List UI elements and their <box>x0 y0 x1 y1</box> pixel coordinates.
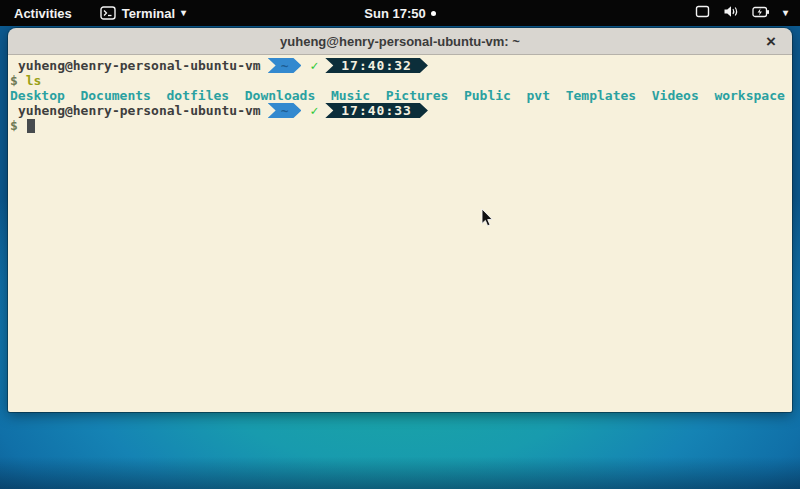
chevron-down-icon: ▾ <box>181 8 186 18</box>
prompt-line-1: yuheng@henry-personal-ubuntu-vm ~ ✓ 17:4… <box>10 58 790 73</box>
directory-item: dotfiles <box>167 88 230 103</box>
window-title: yuheng@henry-personal-ubuntu-vm: ~ <box>280 34 520 49</box>
prompt-directory: ~ <box>281 58 289 73</box>
directory-item: Public <box>464 88 511 103</box>
volume-icon <box>723 5 739 21</box>
directory-item: Pictures <box>386 88 449 103</box>
clock-button[interactable]: Sun 17:50 <box>364 6 435 21</box>
powerline-time-segment: 17:40:32 <box>325 58 428 73</box>
prompt-user-host: yuheng@henry-personal-ubuntu-vm <box>10 103 261 118</box>
activities-button[interactable]: Activities <box>10 0 76 26</box>
directory-item: Desktop <box>10 88 65 103</box>
activities-label: Activities <box>14 6 72 21</box>
powerline-path-segment: ~ <box>268 103 302 118</box>
typed-command: ls <box>26 73 42 88</box>
prompt-directory: ~ <box>281 103 289 118</box>
powerline-time-segment: 17:40:33 <box>325 103 428 118</box>
prompt-timestamp: 17:40:32 <box>341 58 412 73</box>
status-check-icon: ✓ <box>310 103 318 118</box>
prompt-timestamp: 17:40:33 <box>341 103 412 118</box>
display-icon <box>695 5 710 21</box>
prompt-dollar: $ <box>10 118 18 133</box>
powerline-path-segment: ~ <box>268 58 302 73</box>
terminal-cursor <box>27 119 35 133</box>
directory-item: Music <box>331 88 370 103</box>
app-menu-label: Terminal <box>122 6 175 21</box>
space <box>18 118 26 133</box>
prompt-user-host: yuheng@henry-personal-ubuntu-vm <box>10 58 261 73</box>
close-button[interactable]: × <box>760 28 782 55</box>
command-line: $ ls <box>10 73 790 88</box>
directory-item: Videos <box>652 88 699 103</box>
terminal-icon <box>100 6 116 20</box>
input-line[interactable]: $ <box>10 118 790 133</box>
clock-label: Sun 17:50 <box>364 6 425 21</box>
top-bar: Activities Terminal ▾ Sun 17:50 <box>0 0 800 26</box>
directory-item: Downloads <box>245 88 315 103</box>
system-tray[interactable]: ▾ <box>695 0 800 26</box>
battery-charging-icon <box>752 6 770 21</box>
app-menu-terminal[interactable]: Terminal ▾ <box>96 0 190 26</box>
directory-item: Documents <box>80 88 150 103</box>
directory-item: Templates <box>566 88 636 103</box>
directory-item: pvt <box>527 88 550 103</box>
system-menu-chevron-icon: ▾ <box>783 8 788 18</box>
terminal-window: yuheng@henry-personal-ubuntu-vm: ~ × yuh… <box>8 28 792 412</box>
prompt-dollar: $ <box>10 73 18 88</box>
notification-dot <box>431 11 436 16</box>
space <box>18 73 26 88</box>
ls-output-line: DesktopDocumentsdotfilesDownloadsMusicPi… <box>10 88 790 103</box>
window-titlebar[interactable]: yuheng@henry-personal-ubuntu-vm: ~ × <box>8 28 792 55</box>
prompt-line-2: yuheng@henry-personal-ubuntu-vm ~ ✓ 17:4… <box>10 103 790 118</box>
terminal-screen[interactable]: yuheng@henry-personal-ubuntu-vm ~ ✓ 17:4… <box>8 55 792 412</box>
status-check-icon: ✓ <box>310 58 318 73</box>
directory-item: workspace <box>714 88 784 103</box>
